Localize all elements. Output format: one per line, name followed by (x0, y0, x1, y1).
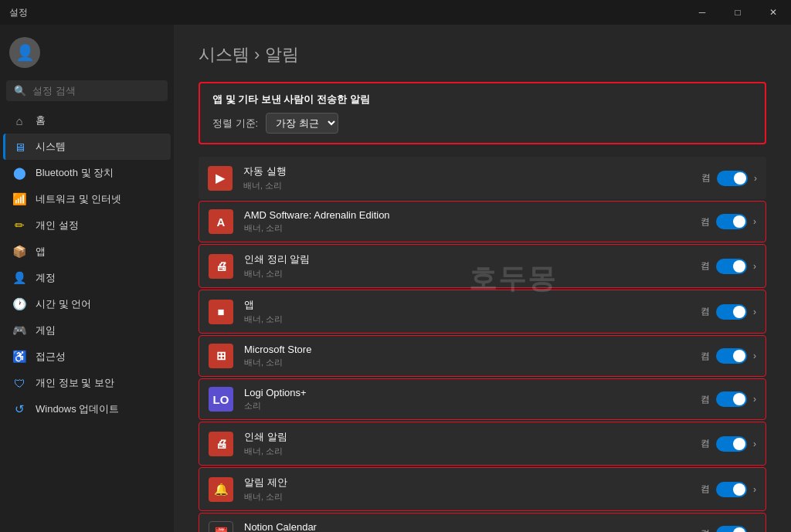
titlebar-title: 설정 (9, 6, 28, 19)
close-button[interactable]: ✕ (755, 0, 791, 25)
notif-name-print_alert: 인쇄 알림 (244, 430, 690, 444)
chevron-notif_suggest: › (753, 484, 756, 495)
nav-label-gaming: 게임 (36, 324, 56, 337)
notif-sub-app: 배너, 소리 (244, 313, 690, 325)
toggle-print_alert[interactable] (716, 436, 747, 452)
notif-info-ms_store: Microsoft Store 배너, 소리 (244, 344, 690, 368)
nav-icon-privacy: 🛡 (12, 376, 26, 390)
sidebar-item-time[interactable]: 🕐시간 및 언어 (3, 291, 171, 317)
toggle-logi[interactable] (716, 391, 747, 407)
notif-sub-amd: 배너, 소리 (244, 222, 690, 234)
notif-item-autorun[interactable]: ▶ 자동 실행 배너, 소리 켬 › (199, 157, 766, 199)
maximize-button[interactable]: □ (720, 0, 755, 25)
notif-info-notion_calendar: Notion Calendar 배너, 소리 (244, 521, 690, 532)
notif-name-ms_store: Microsoft Store (244, 344, 690, 355)
nav-icon-accounts: 👤 (12, 271, 26, 285)
sidebar-item-home[interactable]: ⌂홈 (3, 107, 171, 134)
sidebar-nav: ⌂홈🖥시스템⬤Bluetooth 및 장치📶네트워크 및 인터넷✏개인 설정📦앱… (0, 107, 174, 422)
sidebar-item-bluetooth[interactable]: ⬤Bluetooth 및 장치 (3, 160, 171, 186)
notif-info-app: 앱 배너, 소리 (244, 298, 690, 325)
nav-icon-personalization: ✏ (12, 219, 26, 232)
nav-icon-bluetooth: ⬤ (12, 166, 26, 180)
app-icon-amd: A (209, 209, 233, 234)
notif-item-print_alert[interactable]: 🖨 인쇄 알림 배너, 소리 켬 › (199, 422, 766, 466)
notif-item-notion_calendar[interactable]: 📅 Notion Calendar 배너, 소리 켬 › (199, 513, 766, 532)
sidebar-item-windows_update[interactable]: ↺Windows 업데이트 (3, 396, 171, 422)
notif-right-notion_calendar: 켬 › (701, 526, 756, 532)
search-icon: 🔍 (14, 85, 26, 97)
notif-toggle-label-print_cleanup: 켬 (701, 259, 710, 273)
notif-info-autorun: 자동 실행 배너, 소리 (243, 164, 691, 191)
notif-sub-print_cleanup: 배너, 소리 (244, 268, 690, 280)
sidebar-item-system[interactable]: 🖥시스템 (3, 134, 171, 160)
app-icon-autorun: ▶ (208, 166, 233, 191)
notif-item-logi[interactable]: LO Logi Options+ 소리 켬 › (199, 378, 766, 420)
avatar[interactable]: 👤 (9, 37, 40, 68)
minimize-button[interactable]: ─ (684, 0, 720, 25)
notif-name-amd: AMD Software: Adrenalin Edition (244, 209, 690, 221)
nav-label-personalization: 개인 설정 (36, 219, 79, 232)
nav-icon-network: 📶 (12, 192, 26, 206)
sidebar-item-gaming[interactable]: 🎮게임 (3, 317, 171, 344)
notif-right-app: 켬 › (701, 304, 756, 320)
notif-right-amd: 켬 › (701, 214, 756, 229)
chevron-app: › (753, 307, 756, 317)
notif-name-app: 앱 (244, 298, 690, 312)
notif-item-ms_store[interactable]: ⊞ Microsoft Store 배너, 소리 켬 › (199, 335, 766, 377)
sidebar-item-accounts[interactable]: 👤계정 (3, 265, 171, 291)
app-icon-notif_suggest: 🔔 (209, 477, 233, 502)
notif-name-print_cleanup: 인쇄 정리 알림 (244, 252, 690, 266)
notif-info-logi: Logi Options+ 소리 (244, 387, 690, 412)
sidebar-item-accessibility[interactable]: ♿접근성 (3, 344, 171, 370)
nav-label-apps: 앱 (36, 245, 46, 259)
sidebar: 👤 🔍 ⌂홈🖥시스템⬤Bluetooth 및 장치📶네트워크 및 인터넷✏개인 … (0, 25, 174, 532)
nav-label-windows_update: Windows 업데이트 (36, 402, 119, 416)
notif-name-notion_calendar: Notion Calendar (244, 521, 690, 532)
toggle-ms_store[interactable] (716, 348, 747, 364)
notif-toggle-label-app: 켬 (701, 305, 710, 318)
sidebar-item-apps[interactable]: 📦앱 (3, 239, 171, 265)
notif-item-print_cleanup[interactable]: 🖨 인쇄 정리 알림 배너, 소리 켬 › (199, 244, 766, 288)
nav-icon-time: 🕐 (12, 297, 26, 311)
content-area: 시스템 › 알림 앱 및 기타 보낸 사람이 전송한 알림 정렬 기준: 가장 … (174, 25, 791, 532)
notif-name-notif_suggest: 알림 제안 (244, 476, 690, 490)
notif-name-autorun: 자동 실행 (243, 164, 691, 178)
chevron-amd: › (753, 216, 756, 227)
nav-label-bluetooth: Bluetooth 및 장치 (36, 166, 114, 180)
toggle-notif_suggest[interactable] (716, 482, 747, 497)
sidebar-item-personalization[interactable]: ✏개인 설정 (3, 212, 171, 239)
search-input[interactable] (32, 85, 162, 97)
nav-icon-windows_update: ↺ (12, 402, 26, 416)
toggle-print_cleanup[interactable] (716, 259, 747, 274)
nav-label-network: 네트워크 및 인터넷 (36, 192, 121, 206)
toggle-autorun[interactable] (717, 171, 748, 186)
chevron-ms_store: › (753, 351, 756, 361)
sidebar-item-network[interactable]: 📶네트워크 및 인터넷 (3, 186, 171, 212)
nav-label-accounts: 계정 (36, 271, 56, 285)
notif-item-amd[interactable]: A AMD Software: Adrenalin Edition 배너, 소리… (199, 201, 766, 242)
notif-info-amd: AMD Software: Adrenalin Edition 배너, 소리 (244, 209, 690, 234)
top-section: 앱 및 기타 보낸 사람이 전송한 알림 정렬 기준: 가장 최근 (199, 82, 766, 144)
sidebar-item-privacy[interactable]: 🛡개인 정보 및 보안 (3, 370, 171, 396)
nav-label-privacy: 개인 정보 및 보안 (36, 376, 114, 390)
notif-toggle-label-print_alert: 켬 (701, 437, 710, 450)
notif-info-print_cleanup: 인쇄 정리 알림 배너, 소리 (244, 252, 690, 280)
toggle-notion_calendar[interactable] (716, 526, 747, 532)
nav-icon-apps: 📦 (12, 245, 26, 259)
search-box[interactable]: 🔍 (6, 80, 168, 101)
notif-right-print_alert: 켬 › (701, 436, 756, 452)
toggle-amd[interactable] (716, 214, 747, 229)
notif-toggle-label-logi: 켬 (701, 393, 710, 406)
titlebar: 설정 ─ □ ✕ (0, 0, 791, 25)
notif-item-app[interactable]: ■ 앱 배너, 소리 켬 › (199, 290, 766, 334)
titlebar-controls: ─ □ ✕ (684, 0, 791, 25)
notif-sub-print_alert: 배너, 소리 (244, 446, 690, 457)
notif-right-logi: 켬 › (701, 391, 756, 407)
nav-icon-system: 🖥 (12, 140, 26, 154)
notif-sub-autorun: 배너, 소리 (243, 180, 691, 191)
notif-item-notif_suggest[interactable]: 🔔 알림 제안 배너, 소리 켬 › (199, 467, 766, 511)
nav-icon-gaming: 🎮 (12, 324, 26, 337)
toggle-app[interactable] (716, 304, 747, 320)
sort-select[interactable]: 가장 최근 (266, 113, 338, 134)
app-icon-ms_store: ⊞ (209, 344, 233, 368)
